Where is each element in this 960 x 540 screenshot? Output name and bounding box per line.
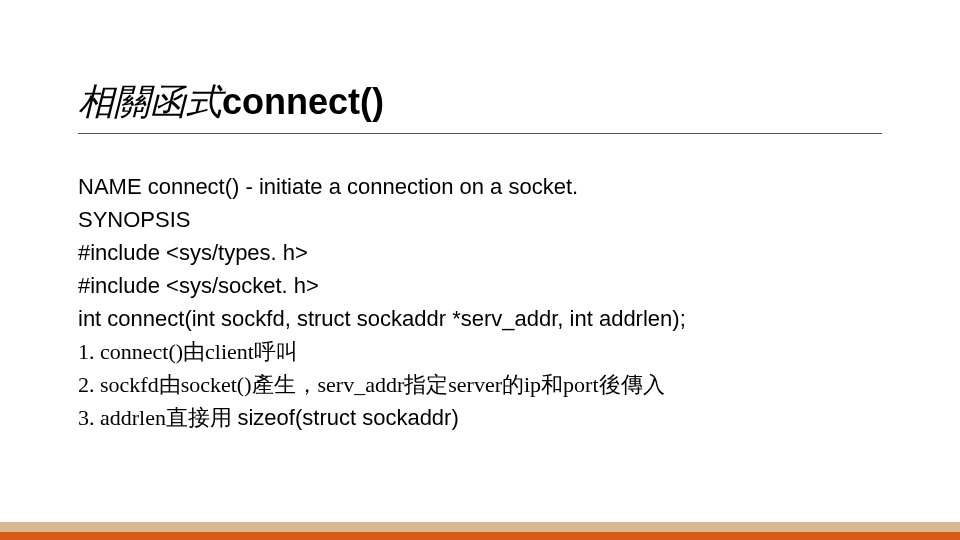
line-include-2: #include <sys/socket. h> [78,269,898,302]
line-synopsis: SYNOPSIS [78,203,898,236]
slide-body: NAME connect() - initiate a connection o… [78,170,898,434]
footer-bar [0,522,960,540]
line-prototype: int connect(int sockfd, struct sockaddr … [78,302,898,335]
title-latin: connect() [222,81,384,122]
line-name: NAME connect() - initiate a connection o… [78,170,898,203]
line-note-2: 2. sockfd由socket()產生，serv_addr指定server的i… [78,368,898,401]
line-note-3: 3. addrlen直接用 sizeof(struct sockaddr) [78,401,898,434]
slide: { "title": { "cjk": "相關函式", "latin": "co… [0,0,960,540]
footer-tan [0,522,960,532]
line-include-1: #include <sys/types. h> [78,236,898,269]
note-2-text: 2. sockfd由socket()產生，serv_addr指定server的i… [78,372,665,397]
line-note-1: 1. connect()由client呼叫 [78,335,898,368]
footer-orange [0,532,960,540]
note-1-text: 1. connect()由client呼叫 [78,339,298,364]
title-cjk: 相關函式 [78,82,222,122]
note-3-sizeof: sizeof(struct sockaddr) [237,405,458,430]
note-3-prefix: 3. addrlen直接用 [78,405,237,430]
slide-title: 相關函式connect() [78,78,882,134]
